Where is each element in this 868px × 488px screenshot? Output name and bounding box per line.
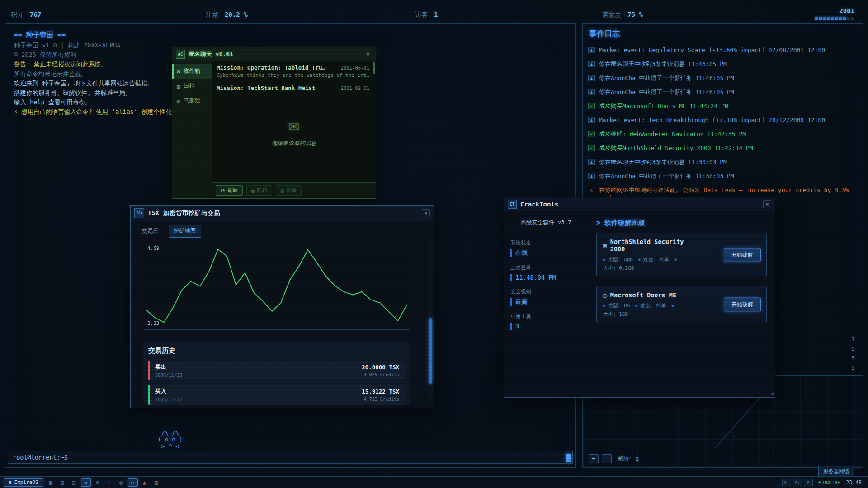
event-text: 你在AnonChat中获得了一个新任务 (599, 172, 692, 180)
taskbar-clock: 23:48 (846, 479, 862, 486)
online-dot-icon: ● (819, 480, 821, 484)
folder-icon[interactable]: ▥ (151, 478, 161, 487)
top-stat-value: 1 (434, 11, 438, 18)
cracktools-title: CrackTools (520, 201, 558, 208)
event-timestamp: 11:46:05 PM (688, 60, 727, 68)
cracktools-sidebar: 高级安全套件 v3.7 系统状态在线上次登录11:48:04 PM安全级别最高可… (504, 211, 588, 397)
message-header: Mission: TechStart Bank Heist2001-02-01 (217, 84, 369, 91)
folder-icon: ▥ (177, 98, 180, 104)
resize-handle-icon[interactable]: ◢ (770, 390, 774, 396)
meta-value: 难度: 简单 (643, 256, 669, 263)
删除-button: ▥删除 (276, 185, 302, 196)
font-size-button[interactable]: A- (782, 479, 791, 486)
event-text: Market event: Regulatory Scare (-13.60% … (599, 46, 765, 54)
top-stat-value: 20.2 % (225, 11, 248, 18)
trade-row[interactable]: 卖出2000/11/2320.0000 TSX4.025 Credits (148, 361, 405, 380)
close-icon[interactable]: × (422, 209, 430, 217)
info-icon: i (588, 75, 595, 81)
scrollbar-track[interactable] (429, 237, 433, 405)
event-log-title: 事件日志 (589, 28, 620, 39)
threat-value: 1 (636, 455, 639, 462)
event-log-entry: i你在AnonChat中获得了一个新任务11:30:03 PM (588, 171, 859, 185)
cracktools-window: CT CrackTools × 高级安全套件 v3.7 系统状态在线上次登录11… (504, 197, 775, 398)
server-stat-value: 7 (851, 336, 855, 345)
event-text: 你在匿名聊天中收到3条未读消息 (599, 60, 685, 68)
software-name: NorthShield Security 2000 (610, 238, 698, 253)
system-stat: 系统状态在线 (510, 239, 581, 257)
归档-button: ▤归档 (246, 185, 272, 196)
software-icon: ▣ (603, 242, 607, 249)
year-progress-square (831, 17, 834, 20)
event-timestamp: 11:42:35 PM (707, 130, 746, 138)
system-stats: 系统状态在线上次登录11:48:04 PM安全级别最高可用工具3 (504, 239, 588, 330)
storage-icon[interactable]: ◫ (69, 478, 79, 487)
mining-icon[interactable]: ▲ (140, 478, 150, 487)
top-stat-label: 注意 (206, 11, 218, 18)
close-icon[interactable]: × (364, 50, 372, 58)
map-controls: + − 威胁: 1 (589, 454, 639, 463)
files-icon[interactable]: ▤ (57, 478, 67, 487)
message-item[interactable]: Mission: TechStart Bank Heist2001-02-01 (212, 81, 376, 94)
font-size-button[interactable]: A+ (793, 479, 802, 486)
event-timestamp: 11:42:14 PM (714, 144, 753, 152)
anonchat-folder-list: ✉收件箱▤归档▥已删除 (172, 61, 212, 198)
bullet-icon: ● (675, 258, 677, 262)
event-log-entries: iMarket event: Regulatory Scare (-13.60%… (588, 45, 859, 202)
tab-mining-map[interactable]: 挖矿地图 (169, 225, 201, 238)
suite-version-label: 高级安全套件 v3.7 (504, 211, 588, 232)
terminal-input[interactable]: root@torrent:~$ (8, 451, 573, 464)
tab-exchange[interactable]: 交易所 (137, 225, 163, 237)
anonchat-body: ✉收件箱▤归档▥已删除 Mission: Operation: Tabloid … (172, 61, 376, 198)
price-chart-panel: 4.59 3.13 (143, 242, 410, 330)
bullet-icon: ● (671, 304, 674, 308)
start-menu-button[interactable]: ⊞ EmpireOS (4, 478, 43, 487)
build-icon[interactable]: ⚙ (93, 478, 103, 487)
crack-start-button[interactable]: 开始破解 (724, 298, 761, 312)
network-icon[interactable]: ◍ (116, 478, 126, 487)
stat-label: 可用工具 (510, 313, 581, 320)
zoom-out-button[interactable]: − (602, 454, 612, 463)
settings-icon[interactable]: ✦ (104, 478, 114, 487)
chat-folder-item[interactable]: ▥已删除 (172, 94, 212, 108)
server-network-button[interactable]: 服务器网络 (818, 466, 854, 477)
scrollbar-thumb[interactable] (373, 62, 375, 74)
event-timestamp: 11:46:05 PM (695, 74, 734, 82)
folder-icon: ✉ (177, 68, 180, 75)
chat-icon[interactable]: ✉ (128, 478, 138, 487)
meta-value: 难度: 简单 (640, 302, 666, 309)
crack-target-name: ▣NorthShield Security 2000 (603, 238, 698, 253)
tools-icon[interactable]: ⚒ (81, 478, 91, 487)
anonchat-titlebar[interactable]: AC 匿名聊天 v0.61 × (172, 47, 376, 61)
year-progress (815, 17, 854, 20)
cracktools-titlebar[interactable]: CT CrackTools × (504, 197, 775, 211)
刷新-button[interactable]: ⟳刷新 (216, 185, 243, 196)
button-label: 刷新 (227, 187, 238, 194)
anonchat-main: Mission: Operation: Tabloid Tru…2001-06-… (212, 61, 376, 198)
message-item[interactable]: Mission: Operation: Tabloid Tru…2001-06-… (212, 61, 376, 81)
event-timestamp: 11:30:03 PM (695, 172, 734, 180)
font-size-button[interactable]: A (804, 479, 813, 486)
top-stat-label: 积分 (11, 11, 24, 18)
message-header: Mission: Operation: Tabloid Tru…2001-06-… (217, 64, 369, 71)
stat-value: 11:48:04 PM (510, 274, 581, 281)
close-icon[interactable]: × (763, 200, 771, 208)
cat-ascii-art: /\_/\ ( o.o ) > ^ < (158, 429, 183, 450)
trade-date: 2000/11/23 (155, 373, 182, 378)
top-stat-label: 访客 (415, 11, 428, 18)
chat-folder-inbox-active[interactable]: ✉收件箱 (172, 64, 212, 79)
crack-start-button[interactable]: 开始破解 (724, 248, 761, 262)
bullet-icon: ● (638, 258, 641, 262)
chat-folder-item[interactable]: ▤归档 (172, 79, 212, 94)
scrollbar-thumb[interactable] (429, 318, 432, 384)
trade-history-title: 交易历史 (148, 347, 405, 355)
trade-date: 2000/11/22 (155, 397, 182, 402)
year-progress-square (827, 17, 830, 20)
year-progress-square (823, 17, 826, 20)
tsx-titlebar[interactable]: TSX TSX 加密货币挖矿与交易 × (131, 206, 434, 221)
terminal-icon[interactable]: ▣ (46, 478, 56, 487)
tsx-title: TSX 加密货币挖矿与交易 (148, 209, 220, 217)
zoom-in-button[interactable]: + (589, 454, 599, 463)
event-timestamp: 11:44:24 PM (689, 102, 728, 110)
trade-row[interactable]: 买入2000/11/2215.9122 TSX4.713 Credits (148, 385, 405, 405)
price-chart (146, 245, 407, 327)
